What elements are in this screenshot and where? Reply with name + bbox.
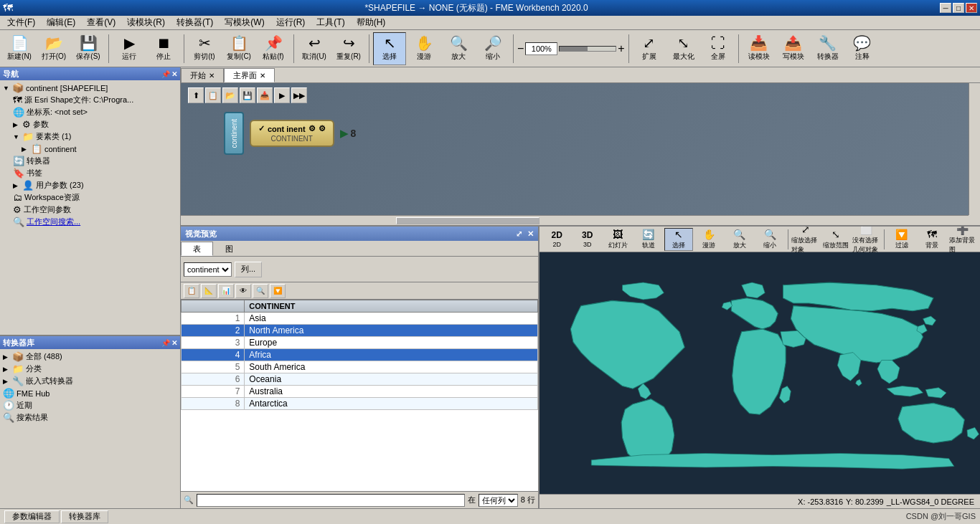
preview-col-btn[interactable]: 列... — [235, 262, 262, 277]
save-button[interactable]: 💾 保存(S) — [72, 32, 105, 65]
tree-item-crs[interactable]: 🌐 坐标系: <not set> — [1, 106, 179, 118]
annotation-button[interactable]: 💬 注释 — [846, 32, 879, 65]
canvas-tb-runall[interactable]: ▶▶ — [291, 87, 307, 103]
menu-run[interactable]: 运行(R) — [270, 15, 311, 30]
minimize-button[interactable]: ─ — [940, 3, 951, 13]
canvas-scrollbar-h[interactable] — [181, 215, 969, 225]
canvas-tb-save[interactable]: 💾 — [240, 87, 255, 103]
zoom-out-button[interactable]: 🔍 缩小 — [476, 32, 509, 65]
lib-pin-btn[interactable]: 📌 — [161, 339, 170, 347]
menu-file[interactable]: 文件(F) — [1, 15, 41, 30]
tree-item-source[interactable]: 🗺 源 Esri Shape文件: C:\Progra... — [1, 94, 179, 106]
tab-start[interactable]: 开始 ✕ — [181, 68, 224, 82]
search-input[interactable] — [197, 494, 465, 507]
navigator-close-btn[interactable]: ✕ — [171, 70, 177, 78]
reader-button[interactable]: 📥 读模块 — [743, 32, 776, 65]
expand-button[interactable]: ⤢ 扩展 — [633, 32, 666, 65]
table-row[interactable]: 1Asia — [182, 313, 538, 325]
tree-item-workspace-params[interactable]: ⚙ 工作空间参数 — [1, 204, 179, 216]
open-button[interactable]: 📂 打开(O) — [37, 32, 70, 65]
params-editor-btn[interactable]: 参数编辑器 — [4, 510, 60, 523]
writer-button[interactable]: 📤 写模块 — [777, 32, 810, 65]
lib-item-all[interactable]: ▶ 📦 全部 (488) — [1, 351, 179, 363]
cut-button[interactable]: ✂ 剪切(t) — [188, 32, 221, 65]
tree-item-continent[interactable]: ▶ 📋 continent — [1, 143, 179, 155]
table-row[interactable]: 2North America — [182, 325, 538, 337]
node-gear-icon[interactable]: ⚙ — [308, 124, 316, 133]
canvas-tb-copy[interactable]: 📋 — [205, 87, 221, 103]
table-row[interactable]: 5South America — [182, 361, 538, 373]
preview-close-btn[interactable]: ✕ — [527, 229, 534, 238]
map-view[interactable] — [540, 252, 980, 494]
table-row[interactable]: 4Africa — [182, 349, 538, 361]
menu-transformer[interactable]: 转换器(T) — [171, 15, 219, 30]
node-box[interactable]: ✓ cont inent ⚙ ⚙ CONTINENT — [250, 120, 334, 147]
lib-item-results[interactable]: 🔍 搜索结果 — [1, 411, 179, 424]
redo-button[interactable]: ↪ 重复(R) — [332, 32, 365, 65]
tree-item-user-params[interactable]: ▶ 👤 用户参数 (23) — [1, 179, 179, 191]
tab-start-close[interactable]: ✕ — [209, 72, 215, 80]
tab-main[interactable]: 主界面 ✕ — [224, 68, 275, 82]
lib-item-recent[interactable]: 🕐 近期 — [1, 399, 179, 411]
canvas-tb-reader[interactable]: 📥 — [257, 87, 273, 103]
prev-tb-btn-3[interactable]: 📊 — [218, 284, 234, 298]
canvas-tb-up[interactable]: ⬆ — [188, 87, 204, 103]
map-tb-3d[interactable]: 3D 3D — [573, 228, 601, 251]
canvas-scrollbar-v[interactable] — [969, 83, 980, 225]
map-tb-2d[interactable]: 2D 2D — [542, 228, 571, 251]
menu-view[interactable]: 查看(V) — [81, 15, 121, 30]
lib-close-btn[interactable]: ✕ — [171, 339, 177, 347]
map-tb-slideshow[interactable]: 🖼 幻灯片 — [603, 228, 632, 251]
map-tb-zoom-ext[interactable]: ⤡ 缩放范围 — [821, 228, 850, 251]
tree-item-bookmarks[interactable]: 🔖 书签 — [1, 167, 179, 179]
map-tb-pan[interactable]: ✋ 漫游 — [694, 228, 723, 251]
table-row[interactable]: 8Antarctica — [182, 398, 538, 410]
prev-tb-btn-6[interactable]: 🔽 — [270, 284, 286, 298]
col-continent[interactable]: CONTINENT — [245, 300, 538, 313]
zoom-plus[interactable]: + — [618, 42, 624, 55]
map-tb-background[interactable]: 🗺 背景 — [918, 228, 946, 251]
preview-tab-map[interactable]: 图 — [213, 242, 245, 256]
table-row[interactable]: 7Australia — [182, 386, 538, 398]
map-tb-orbit[interactable]: 🔄 轨道 — [633, 228, 662, 251]
node-settings-icon[interactable]: ⚙ — [319, 124, 326, 133]
pan-button[interactable]: ✋ 漫游 — [407, 32, 440, 65]
table-row[interactable]: 6Oceania — [182, 373, 538, 386]
canvas-tb-open[interactable]: 📂 — [222, 87, 238, 103]
stop-button[interactable]: ⏹ 停止 — [147, 32, 180, 65]
fullscreen-button[interactable]: ⛶ 全屏 — [702, 32, 735, 65]
close-button[interactable]: ✕ — [966, 3, 977, 13]
lib-item-embedded[interactable]: ▶ 🔧 嵌入式转换器 — [1, 375, 179, 387]
maximize-button[interactable]: □ — [953, 3, 964, 13]
lib-item-fmehub[interactable]: 🌐 FME Hub — [1, 387, 179, 399]
map-tb-no-geom[interactable]: ⬜ 没有选择几何对象 — [852, 228, 880, 251]
canvas-tb-run[interactable]: ▶ — [274, 87, 290, 103]
navigator-pin-btn[interactable]: 📌 — [161, 70, 170, 78]
menu-tools[interactable]: 工具(T) — [311, 15, 350, 30]
transformer-lib-btn[interactable]: 转换器库 — [61, 510, 108, 523]
tree-item-shapefile[interactable]: ▼ 📦 continent [SHAPEFILE] — [1, 82, 179, 94]
map-tb-select[interactable]: ↖ 选择 — [664, 228, 693, 251]
tab-main-close[interactable]: ✕ — [260, 72, 265, 80]
select-button[interactable]: ↖ 选择 — [373, 32, 406, 65]
zoom-minus[interactable]: − — [517, 42, 524, 55]
tree-item-transformers[interactable]: 🔄 转换器 — [1, 155, 179, 167]
menu-reader[interactable]: 读模块(R) — [121, 15, 171, 30]
lib-item-category[interactable]: ▶ 📁 分类 — [1, 363, 179, 375]
map-tb-zoomin[interactable]: 🔍 放大 — [725, 228, 754, 251]
prev-tb-btn-1[interactable]: 📋 — [184, 284, 199, 298]
menu-edit[interactable]: 编辑(E) — [41, 15, 81, 30]
tree-item-workspace-res[interactable]: 🗂 Workspace资源 — [1, 191, 179, 204]
run-button[interactable]: ▶ 运行 — [113, 32, 146, 65]
map-tb-add-bg[interactable]: ➕ 添加背景图 — [948, 228, 977, 251]
canvas-scrollbar-h-thumb[interactable] — [396, 217, 540, 224]
undo-button[interactable]: ↩ 取消(U) — [298, 32, 331, 65]
tree-item-params[interactable]: ▶ ⚙ 参数 — [1, 118, 179, 130]
menu-writer[interactable]: 写模块(W) — [219, 15, 270, 30]
paste-button[interactable]: 📌 粘贴(f) — [257, 32, 290, 65]
prev-tb-btn-2[interactable]: 📐 — [201, 284, 217, 298]
tree-item-features[interactable]: ▼ 📁 要素类 (1) — [1, 130, 179, 143]
map-tb-zoom-sel[interactable]: ⤢ 缩放选择对象 — [791, 228, 819, 251]
map-tb-filter[interactable]: 🔽 过滤 — [887, 228, 916, 251]
transformer-button[interactable]: 🔧 转换器 — [811, 32, 844, 65]
